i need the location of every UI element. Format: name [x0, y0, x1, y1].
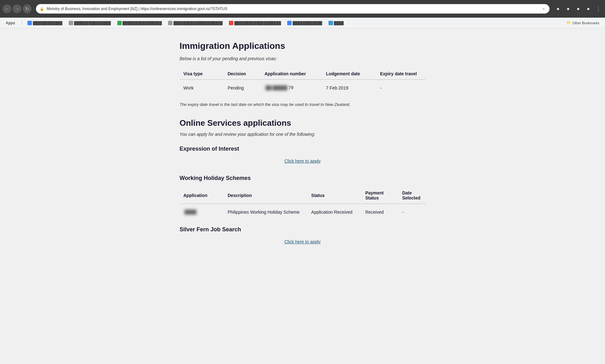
cell-lodgement-date: 7 Feb 2019 — [322, 80, 376, 96]
lock-icon: 🔒 — [40, 7, 44, 11]
whs-heading: Working Holiday Schemes — [180, 175, 426, 182]
header-decision: Decision — [224, 69, 261, 80]
cell-application-number: ██ █████79 — [261, 80, 322, 96]
forward-button[interactable]: → — [13, 4, 21, 13]
bookmark-5[interactable]: ███████████████████ — [227, 20, 283, 26]
online-services-subtitle: You can apply for and review your applic… — [180, 132, 426, 137]
reload-button[interactable]: ↻ — [23, 4, 32, 13]
immigration-table: Visa type Decision Application number Lo… — [180, 69, 426, 96]
bookmark-7[interactable]: ████ — [327, 20, 346, 26]
apps-button[interactable]: Apps — [4, 20, 17, 26]
eoi-heading: Expression of Interest — [180, 146, 426, 152]
whs-header-status: Status — [307, 188, 362, 204]
immigration-title: Immigration Applications — [180, 41, 426, 51]
bookmark-2[interactable]: ███████████████ — [67, 20, 113, 26]
favicon-6 — [287, 21, 292, 25]
table-header-row: Visa type Decision Application number Lo… — [180, 69, 426, 80]
cell-visa-type: Work — [180, 80, 224, 96]
bookmark-4[interactable]: ████████████████████ — [166, 20, 224, 26]
cell-decision: Pending — [224, 80, 261, 96]
whs-header-description: Description — [224, 188, 307, 204]
header-visa-type: Visa type — [180, 69, 224, 80]
table-row: Work Pending ██ █████79 7 Feb 2019 - — [180, 80, 426, 96]
favicon-3 — [117, 21, 122, 25]
header-lodgement-date: Lodgement date — [322, 69, 376, 80]
blurred-whs-app: ████ — [183, 209, 198, 215]
favicon-1 — [27, 21, 32, 25]
favicon-5 — [229, 21, 233, 25]
whs-header-payment: Payment Status — [362, 188, 398, 204]
extension-icon-2[interactable]: ● — [564, 5, 572, 13]
extension-icon-1[interactable]: ● — [554, 5, 562, 13]
star-icon[interactable]: ★ — [542, 6, 546, 11]
cell-expiry-date: - — [376, 80, 425, 96]
silver-fern-heading: Silver Fern Job Search — [180, 226, 426, 233]
whs-cell-date-selected: - — [398, 204, 426, 220]
whs-header-date: Date Selected — [398, 188, 426, 204]
silver-fern-apply-link[interactable]: Click here to apply — [180, 239, 426, 244]
immigration-subtitle: Below is a list of your pending and prev… — [180, 56, 426, 61]
whs-header-row: Application Description Status Payment S… — [180, 188, 426, 204]
expiry-note: The expiry date travel is the last date … — [180, 102, 426, 107]
philippines-whs-link[interactable]: Philippines Working Holiday Scheme — [228, 210, 300, 215]
address-bar[interactable]: 🔒 Ministry of Business, Innovation and E… — [36, 4, 550, 14]
extension-icon-3[interactable]: ● — [574, 5, 582, 13]
browser-nav-buttons: ← → ↻ — [3, 4, 32, 13]
whs-table: Application Description Status Payment S… — [180, 188, 426, 220]
whs-table-row: ████ Philippines Working Holiday Scheme … — [180, 204, 426, 220]
bookmark-6[interactable]: ████████████ — [285, 20, 324, 26]
other-bookmarks-button[interactable]: 📁 Other Bookmarks — [565, 20, 601, 26]
bookmark-1[interactable]: ████████████ — [26, 20, 64, 26]
blurred-app-number: ██ █████ — [265, 85, 288, 91]
whs-cell-status: Application Received — [307, 204, 362, 220]
page-content: Immigration Applications Below is a list… — [161, 28, 445, 281]
whs-header-application: Application — [180, 188, 224, 204]
browser-chrome: ← → ↻ 🔒 Ministry of Business, Innovation… — [0, 0, 605, 18]
header-application-number: Application number — [261, 69, 322, 80]
favicon-7 — [329, 21, 333, 25]
header-expiry-date: Expiry date travel — [376, 69, 425, 80]
favicon-2 — [69, 21, 73, 25]
browser-actions: ● ● ● ● ⋮ — [554, 5, 602, 13]
whs-cell-payment-status: Received — [362, 204, 398, 220]
bookmarks-bar: Apps | ████████████ ███████████████ ████… — [0, 18, 605, 28]
menu-button[interactable]: ⋮ — [594, 5, 602, 13]
folder-icon: 📁 — [567, 21, 571, 25]
whs-cell-application: ████ — [180, 204, 224, 220]
back-button[interactable]: ← — [3, 4, 11, 13]
eoi-apply-link[interactable]: Click here to apply — [180, 159, 426, 164]
bookmark-3[interactable]: ████████████████ — [115, 20, 164, 26]
extension-icon-4[interactable]: ● — [584, 5, 592, 13]
online-services-title: Online Services applications — [180, 118, 426, 128]
app-number-visible: 79 — [288, 85, 294, 90]
favicon-4 — [168, 21, 172, 25]
address-text: Ministry of Business, Innovation and Emp… — [47, 7, 539, 11]
whs-cell-description: Philippines Working Holiday Scheme — [224, 204, 307, 220]
